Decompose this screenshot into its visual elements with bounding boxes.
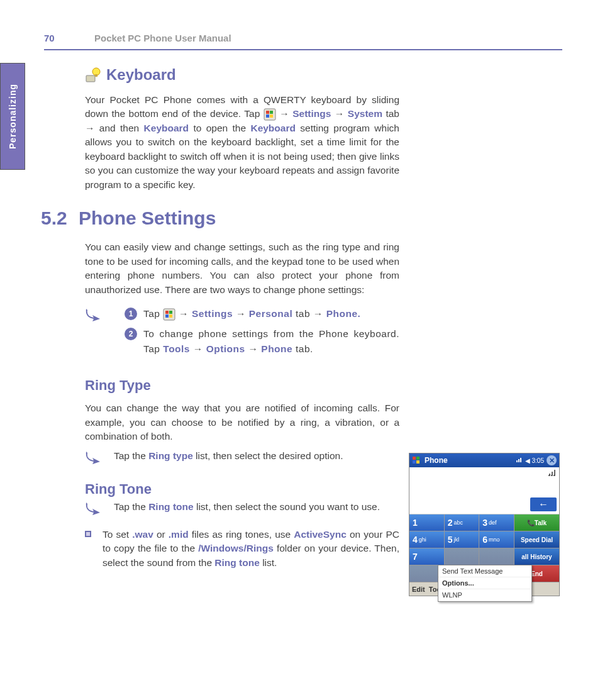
svg-rect-4: [266, 111, 269, 114]
phone-status: ◀ 3:05: [516, 457, 544, 464]
ring-tone-tip: Tap the Ring tone list, then select the …: [85, 500, 399, 516]
side-tab-label: Personalizing: [8, 84, 18, 149]
key-6[interactable]: 6mno: [479, 531, 514, 548]
square-bullet-icon: [85, 531, 91, 537]
ring-type-paragraph: You can change the way that you are noti…: [85, 401, 399, 443]
svg-rect-17: [416, 460, 419, 464]
tip-arrow-icon: [85, 450, 103, 465]
phone-clock: 3:05: [532, 457, 544, 464]
ring-type-tip: Tap the Ring type list, then select the …: [85, 449, 399, 465]
key-7[interactable]: 7: [409, 548, 444, 565]
lightbulb-icon: [85, 67, 101, 83]
key-2[interactable]: 2abc: [445, 514, 479, 531]
keyboard-paragraph: Your Pocket PC Phone comes with a QWERTY…: [85, 93, 399, 192]
key-3[interactable]: 3def: [479, 514, 514, 531]
tools-popup-menu: Send Text Message Options... WLNP: [438, 565, 532, 602]
phone-settings-intro: You can easily view and change settings,…: [85, 240, 399, 297]
start-flag-icon: [264, 108, 276, 121]
speaker-icon: ◀: [525, 457, 530, 464]
signal-icon: [516, 457, 523, 464]
phone-settings-steps: 1 Tap → Settings → Personal tab → Phone.…: [85, 306, 399, 362]
step-1: 1 Tap → Settings → Personal tab → Phone.: [125, 306, 399, 321]
key-9[interactable]: [479, 548, 514, 565]
svg-rect-12: [169, 314, 172, 318]
key-5[interactable]: 5jkl: [445, 531, 479, 548]
tip-arrow-icon: [85, 308, 103, 323]
side-tab-personalizing: Personalizing: [0, 63, 25, 170]
close-icon[interactable]: ✕: [547, 455, 557, 465]
key-8[interactable]: [445, 548, 479, 565]
main-content: Keyboard Your Pocket PC Phone comes with…: [85, 66, 399, 570]
menu-wlnp[interactable]: WLNP: [438, 589, 531, 601]
svg-rect-6: [266, 114, 269, 118]
step-2: 2 To change phone settings from the Phon…: [125, 326, 399, 357]
header-title: Pocket PC Phone User Manual: [94, 33, 231, 43]
edit-menu[interactable]: Edit: [412, 586, 425, 593]
phone-title-label: Phone: [425, 456, 513, 465]
key-4[interactable]: 4ghi: [409, 531, 444, 548]
phone-titlebar: Phone ◀ 3:05 ✕: [409, 453, 559, 467]
keyboard-title: Keyboard: [106, 66, 176, 84]
ring-type-heading: Ring Type: [85, 377, 399, 394]
antenna-icon: [548, 470, 557, 476]
call-history-button[interactable]: all History: [514, 548, 559, 565]
svg-rect-2: [95, 74, 97, 77]
tip-arrow-icon: [85, 501, 103, 516]
svg-rect-15: [416, 457, 419, 460]
start-flag-icon[interactable]: [412, 456, 422, 465]
page: 70 Pocket PC Phone User Manual Personali…: [0, 0, 600, 601]
phone-display: ←: [409, 467, 559, 514]
svg-rect-7: [270, 114, 273, 118]
page-number: 70: [44, 33, 55, 43]
ring-tone-bullet: To set .wav or .mid files as ring tones,…: [85, 528, 399, 570]
svg-rect-5: [270, 111, 273, 114]
start-flag-icon: [163, 308, 175, 321]
keyboard-heading: Keyboard: [85, 66, 399, 84]
menu-send-text[interactable]: Send Text Message: [438, 565, 531, 577]
svg-rect-14: [413, 457, 416, 460]
svg-rect-11: [165, 314, 169, 318]
key-1[interactable]: 1: [409, 514, 444, 531]
svg-rect-10: [169, 311, 172, 314]
talk-button[interactable]: 📞 Talk: [514, 514, 559, 531]
step-badge-1: 1: [125, 308, 137, 320]
phone-settings-heading: 5.2Phone Settings: [41, 208, 399, 229]
speed-dial-button[interactable]: Speed Dial: [514, 531, 559, 548]
svg-rect-16: [413, 460, 416, 464]
step-badge-2: 2: [125, 328, 137, 340]
header-rule: [44, 49, 562, 50]
svg-rect-0: [86, 75, 95, 82]
menu-options[interactable]: Options...: [438, 577, 531, 589]
backspace-button[interactable]: ←: [530, 497, 557, 511]
svg-rect-9: [165, 311, 169, 314]
phone-screenshot: Phone ◀ 3:05 ✕ ← 1 2abc 3def 📞 Talk 4ghi…: [409, 453, 560, 596]
ring-tone-heading: Ring Tone: [85, 481, 399, 497]
